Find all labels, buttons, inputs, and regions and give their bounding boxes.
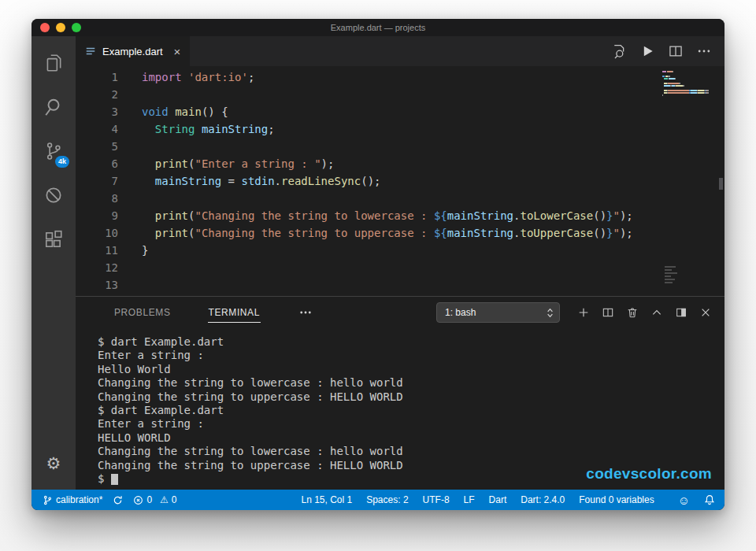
tab-example-dart[interactable]: Example.dart ×: [76, 36, 190, 66]
panel-actions: [577, 306, 712, 319]
source-control-icon[interactable]: 4k: [35, 131, 72, 172]
code-line[interactable]: 6 print("Enter a string : ");: [76, 155, 724, 172]
code-line[interactable]: 13: [76, 276, 724, 294]
run-icon[interactable]: [639, 43, 655, 59]
shell-selector[interactable]: 1: bash: [436, 302, 560, 323]
line-number: 8: [76, 190, 118, 207]
terminal-line: $ dart Example.dart: [98, 335, 724, 349]
editor-scrollbar[interactable]: [719, 178, 723, 190]
sync-icon[interactable]: [113, 495, 123, 505]
search-icon[interactable]: [35, 87, 72, 128]
code-line[interactable]: 4 String mainString;: [76, 120, 724, 138]
code-editor[interactable]: 1import 'dart:io';23void main() {4 Strin…: [76, 66, 724, 296]
terminal-line: Changing the string to lowercase : hello…: [98, 376, 724, 390]
tab-close-icon[interactable]: ×: [174, 45, 181, 58]
problems-status[interactable]: 0 ⚠ 0: [133, 494, 176, 505]
line-number: 12: [76, 259, 118, 276]
terminal-line: $ dart Example.dart: [98, 404, 724, 417]
status-item-lf[interactable]: LF: [464, 494, 475, 505]
new-terminal-icon[interactable]: [577, 306, 590, 319]
terminal-line: Enter a string :: [98, 417, 724, 431]
line-number: 4: [76, 120, 118, 138]
branch-name: calibration*: [56, 494, 102, 505]
panel-tab-terminal[interactable]: TERMINAL: [208, 303, 261, 323]
titlebar[interactable]: Example.dart — projects: [32, 19, 724, 36]
source-control-badge: 4k: [55, 156, 69, 168]
chevron-up-icon[interactable]: [650, 306, 663, 319]
kill-terminal-trash-icon[interactable]: [626, 306, 639, 319]
status-item-spaces-2[interactable]: Spaces: 2: [366, 494, 408, 505]
status-right: Ln 15, Col 1Spaces: 2UTF-8LFDartDart: 2.…: [301, 494, 715, 506]
terminal-line: Hello World: [98, 363, 724, 376]
warning-icon: ⚠: [160, 495, 169, 505]
more-actions-icon[interactable]: [696, 43, 712, 59]
panel-tab-problems[interactable]: PROBLEMS: [113, 303, 172, 323]
code-line[interactable]: 8: [76, 190, 724, 207]
code-line[interactable]: 9 print("Changing the string to lowercas…: [76, 207, 724, 224]
status-left: calibration* 0 ⚠ 0: [43, 494, 177, 505]
zoom-window-button[interactable]: [72, 23, 81, 32]
close-window-button[interactable]: [40, 23, 50, 32]
extensions-icon[interactable]: [35, 219, 72, 260]
status-item-dart[interactable]: Dart: [489, 494, 507, 505]
search-editor-icon[interactable]: [610, 43, 627, 60]
code-line[interactable]: 2: [76, 86, 724, 103]
window-title: Example.dart — projects: [331, 23, 425, 32]
panel-more-icon[interactable]: [298, 305, 313, 320]
minimap-secondary: [665, 266, 682, 285]
maximize-panel-icon[interactable]: [675, 306, 687, 319]
code-line[interactable]: 10 print("Changing the string to upperca…: [76, 224, 724, 242]
code-line[interactable]: 7 mainString = stdin.readLineSync();: [76, 172, 724, 190]
line-number: 9: [76, 207, 118, 224]
terminal-line: Enter a string :: [98, 349, 724, 362]
feedback-smiley-icon[interactable]: ☺: [678, 494, 690, 506]
settings-gear-icon[interactable]: ⚙: [35, 442, 72, 483]
warning-count: 0: [172, 494, 177, 505]
close-panel-icon[interactable]: [699, 306, 712, 319]
minimize-window-button[interactable]: [56, 23, 65, 32]
split-terminal-icon[interactable]: [602, 306, 614, 319]
notifications-bell-icon[interactable]: [704, 494, 715, 505]
terminal-line: Changing the string to uppercase : HELLO…: [98, 390, 724, 404]
line-number: 11: [76, 242, 118, 259]
code-line[interactable]: 3void main() {: [76, 103, 724, 120]
activity-bar: 4k ⚙: [32, 36, 76, 490]
terminal-cursor: [111, 474, 118, 485]
panel: PROBLEMSTERMINAL 1: bash: [76, 296, 724, 490]
line-number: 7: [76, 172, 118, 190]
window-controls: [40, 19, 81, 36]
status-item-found-0-variables[interactable]: Found 0 variables: [579, 494, 654, 505]
status-item-dart-2-4-0[interactable]: Dart: 2.4.0: [521, 494, 565, 505]
line-number: 1: [76, 68, 118, 86]
watermark: codevscolor.com: [586, 465, 712, 483]
terminal-line: HELLO WORLD: [98, 431, 724, 445]
line-number: 10: [76, 224, 118, 242]
panel-tabs: PROBLEMSTERMINAL: [113, 303, 297, 323]
dart-file-icon: [85, 46, 96, 57]
editor-actions: [610, 36, 724, 66]
line-number: 3: [76, 103, 118, 120]
code-line[interactable]: 5: [76, 138, 724, 155]
minimap[interactable]: [662, 71, 713, 102]
tab-bar: Example.dart ×: [76, 36, 724, 66]
error-count: 0: [146, 494, 152, 505]
code-line[interactable]: 12: [76, 259, 724, 276]
code-line[interactable]: 11}: [76, 242, 724, 259]
debug-icon[interactable]: [35, 175, 72, 216]
split-editor-icon[interactable]: [668, 43, 684, 59]
status-bar: calibration* 0 ⚠ 0 Ln 15, Col 1Sp: [32, 490, 724, 510]
panel-header: PROBLEMSTERMINAL 1: bash: [76, 297, 724, 328]
tab-label: Example.dart: [102, 46, 163, 57]
explorer-icon[interactable]: [35, 43, 72, 83]
status-item-ln-15-col-1[interactable]: Ln 15, Col 1: [301, 494, 352, 505]
line-number: 5: [76, 138, 118, 155]
line-number: 2: [76, 86, 118, 103]
select-arrows-icon: [545, 307, 555, 319]
line-number: 6: [76, 155, 118, 172]
shell-selector-value: 1: bash: [445, 307, 476, 318]
status-item-utf-8[interactable]: UTF-8: [423, 494, 450, 505]
line-number: 13: [76, 276, 118, 294]
code-line[interactable]: 1import 'dart:io';: [76, 68, 724, 86]
branch-status[interactable]: calibration*: [43, 494, 102, 505]
vscode-window: Example.dart — projects: [32, 19, 724, 510]
